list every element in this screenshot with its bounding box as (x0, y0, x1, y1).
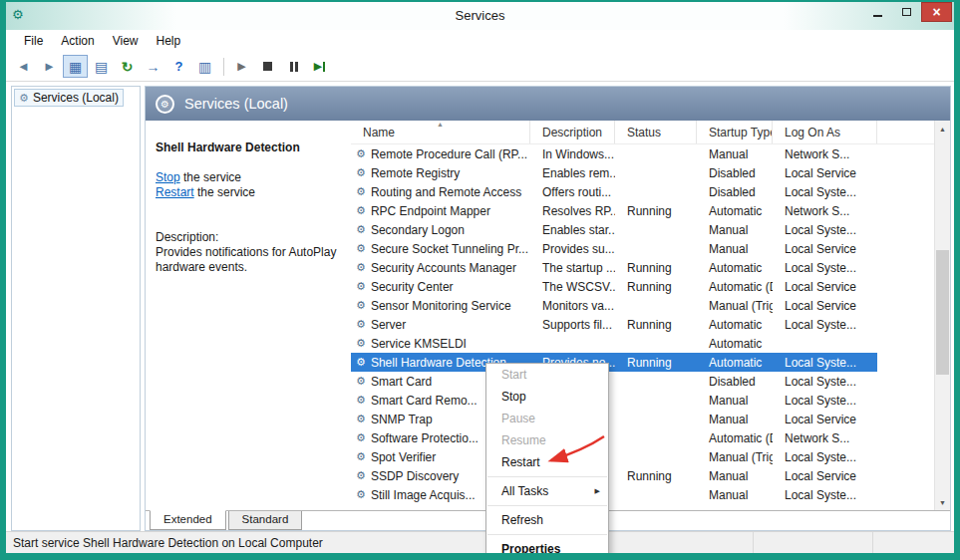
table-row[interactable]: ⚙Smart CardDisabledLocal Syste... (351, 372, 877, 391)
console-tree-icon: ▦ (69, 59, 82, 75)
cell-log-on-as: Local Syste... (773, 258, 877, 277)
table-row[interactable]: ⚙Remote RegistryEnables rem...DisabledLo… (351, 163, 877, 182)
properties-toolbar-button[interactable]: ▤ (89, 55, 114, 78)
close-icon: × (932, 4, 940, 20)
context-menu-item-stop[interactable]: Stop (486, 386, 608, 408)
service-gear-icon: ⚙ (356, 394, 366, 407)
table-row[interactable]: ⚙Spot VerifierManual (Trig...Local Syste… (351, 447, 877, 466)
tree-item-label: Services (Local) (33, 91, 119, 105)
table-row[interactable]: ⚙SNMP TrapManualLocal Service (351, 410, 877, 428)
extended-view-icon: ▥ (198, 59, 211, 75)
column-header-description[interactable]: Description (530, 121, 615, 143)
cell-description (530, 334, 615, 353)
tab-extended[interactable]: Extended (150, 510, 226, 530)
refresh-icon: ↻ (122, 59, 134, 75)
service-gear-icon: ⚙ (356, 147, 366, 160)
cell-description: Enables star... (530, 220, 615, 239)
forward-icon: ► (43, 59, 56, 74)
cell-description: Resolves RP... (530, 201, 615, 220)
cell-log-on-as: Local Syste... (773, 315, 877, 334)
column-header-startup-type[interactable]: Startup Type (697, 121, 773, 143)
table-row[interactable]: ⚙SSDP DiscoveryRunningManualLocal Servic… (351, 466, 877, 485)
cell-startup-type: Manual (697, 485, 773, 504)
tree-item-services-local[interactable]: ⚙ Services (Local) (14, 89, 124, 107)
stop-service-button[interactable] (255, 55, 280, 78)
service-gear-icon: ⚙ (356, 204, 366, 217)
column-header-label: Log On As (785, 126, 840, 140)
results-banner: ⚙ Services (Local) (146, 87, 950, 121)
menu-separator (487, 534, 607, 535)
context-menu-item-pause: Pause (486, 408, 608, 429)
vertical-scrollbar[interactable]: ▲ ▼ (934, 121, 950, 510)
column-header-name[interactable]: Name▲ (351, 121, 530, 143)
cell-startup-type: Manual (697, 239, 773, 258)
forward-button[interactable]: ► (37, 55, 62, 78)
cell-log-on-as: Local Syste... (773, 182, 877, 201)
refresh-toolbar-button[interactable]: ↻ (115, 55, 140, 78)
context-menu-item-all-tasks[interactable]: All Tasks▶ (486, 480, 608, 502)
minimize-button[interactable] (863, 2, 892, 22)
cell-startup-type: Manual (Trig... (697, 447, 773, 466)
cell-name: ⚙Secure Socket Tunneling Pr... (351, 239, 530, 258)
cell-startup-type: Automatic (697, 258, 773, 277)
table-row[interactable]: ⚙Sensor Monitoring ServiceMonitors va...… (351, 296, 877, 315)
menu-action[interactable]: Action (52, 32, 103, 50)
scroll-down-icon[interactable]: ▼ (935, 494, 950, 510)
stop-service-link[interactable]: Stop (156, 170, 180, 184)
extended-view-button[interactable]: ▥ (192, 55, 217, 78)
restart-service-icon: ▶ (314, 60, 325, 73)
table-row[interactable]: ⚙Routing and Remote AccessOffers routi..… (351, 182, 877, 201)
minimize-icon (873, 15, 882, 17)
cell-name: ⚙Secondary Logon (351, 220, 530, 239)
start-service-button[interactable]: ▶ (229, 55, 254, 78)
cell-status (615, 372, 697, 391)
cell-log-on-as: Network S... (773, 201, 877, 220)
cell-name: ⚙RPC Endpoint Mapper (351, 201, 530, 220)
table-row[interactable]: ⚙Secondary LogonEnables star...ManualLoc… (351, 220, 877, 239)
context-menu-item-properties[interactable]: Properties (486, 538, 608, 560)
pause-service-button[interactable] (281, 55, 306, 78)
detail-pane: Shell Hardware Detection Stop the servic… (146, 121, 351, 510)
tab-standard[interactable]: Standard (228, 511, 303, 530)
service-action-links: Stop the service Restart the service (156, 170, 341, 200)
submenu-arrow-icon: ▶ (595, 487, 600, 495)
table-row[interactable]: ⚙Security CenterThe WSCSV...RunningAutom… (351, 277, 877, 296)
export-list-button[interactable]: → (141, 55, 165, 78)
table-row[interactable]: ⚙Shell Hardware DetectionProvides no...R… (351, 353, 877, 372)
toolbar-separator (223, 58, 224, 76)
table-row[interactable]: ⚙ServerSupports fil...RunningAutomaticLo… (351, 315, 877, 334)
table-row[interactable]: ⚙Secure Socket Tunneling Pr...Provides s… (351, 239, 877, 258)
menu-file[interactable]: File (15, 32, 52, 50)
help-toolbar-button[interactable]: ? (166, 55, 191, 78)
show-console-tree-button[interactable]: ▦ (63, 55, 88, 78)
cell-startup-type: Automatic (697, 315, 773, 334)
context-menu-item-refresh[interactable]: Refresh (486, 509, 608, 531)
context-menu-item-restart[interactable]: Restart (486, 451, 608, 473)
table-row[interactable]: ⚙Software Protectio...Automatic (D...Net… (351, 428, 877, 447)
table-row[interactable]: ⚙Security Accounts ManagerThe startup ..… (351, 258, 877, 277)
pause-service-icon (289, 59, 299, 75)
cell-startup-type: Manual (697, 220, 773, 239)
restart-service-link[interactable]: Restart (156, 185, 194, 199)
menu-separator (487, 505, 607, 506)
help-icon: ? (175, 59, 183, 74)
scrollbar-thumb[interactable] (936, 250, 949, 375)
maximize-button[interactable] (892, 2, 921, 22)
cell-status (615, 296, 697, 315)
table-row[interactable]: ⚙Service KMSELDIAutomatic (351, 334, 877, 353)
cell-startup-type: Manual (697, 466, 773, 485)
cell-startup-type: Disabled (697, 372, 773, 391)
close-button[interactable]: × (921, 2, 952, 22)
restart-service-button[interactable]: ▶ (307, 55, 332, 78)
menu-help[interactable]: Help (148, 32, 190, 50)
column-header-status[interactable]: Status (615, 121, 697, 143)
table-row[interactable]: ⚙Remote Procedure Call (RP...In Windows.… (351, 144, 877, 163)
back-button[interactable]: ◄ (11, 55, 36, 78)
table-row[interactable]: ⚙Still Image Acquis...ManualLocal Syste.… (351, 485, 877, 504)
table-row[interactable]: ⚙RPC Endpoint MapperResolves RP...Runnin… (351, 201, 877, 220)
cell-description: The WSCSV... (530, 277, 615, 296)
table-row[interactable]: ⚙Smart Card Remo...ManualLocal Syste... (351, 391, 877, 410)
menu-view[interactable]: View (104, 32, 148, 50)
scroll-up-icon[interactable]: ▲ (935, 121, 950, 137)
column-header-log-on-as[interactable]: Log On As (773, 121, 877, 143)
